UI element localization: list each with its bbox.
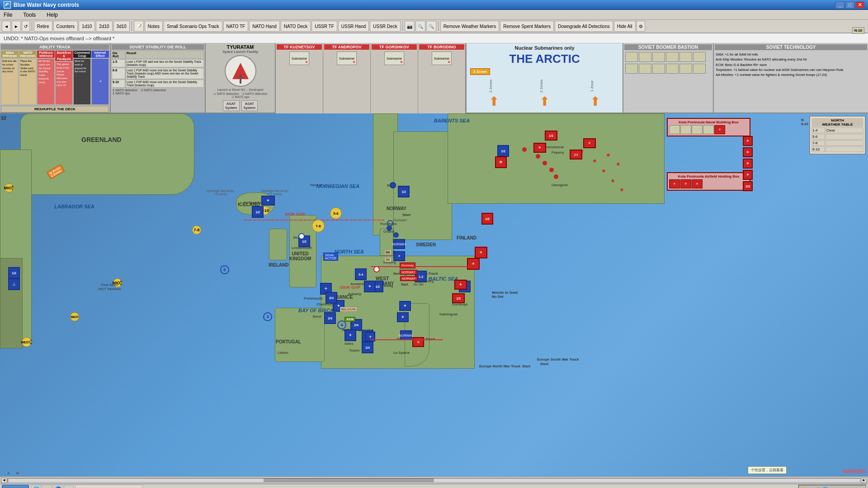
retire-button[interactable]: Retire [34, 21, 52, 32]
remove-weather-button[interactable]: Remove Weather Markers [440, 21, 500, 32]
north-sea-unit-1[interactable]: 3-4 [355, 268, 367, 280]
nato-unit-iceland-1[interactable]: 1/2 [252, 206, 264, 218]
kola-unit-2[interactable] [680, 125, 691, 134]
kola-unit-4[interactable] [703, 125, 714, 134]
boomer-counter-4[interactable] [666, 52, 679, 62]
menu-tools[interactable]: Tools [21, 11, 38, 19]
ussr-hand-button[interactable]: USSR Hand [338, 21, 369, 32]
restore-button[interactable]: □ [845, 1, 854, 9]
3d10-button[interactable]: 3d10 [113, 21, 130, 32]
asat-button-1[interactable]: ASATSystem [223, 100, 240, 111]
marker-78-3[interactable]: 7-8 [312, 220, 325, 232]
marker-78-1[interactable]: 7-8 [192, 225, 201, 235]
biscay-unit-1[interactable]: 2/4 [324, 312, 336, 324]
red-dot-4[interactable] [549, 168, 554, 172]
menu-help[interactable]: Help [45, 11, 60, 19]
norway-unit-1[interactable]: NORWAY [393, 239, 405, 249]
taskbar-game-button[interactable]: 🌊 Blue Water Navy controls [75, 485, 143, 488]
trondheim-circle[interactable] [387, 220, 393, 226]
1d10-button[interactable]: 1d10 [79, 21, 95, 32]
reshuffle-button[interactable]: RESHUFFLE THE DECK [1, 106, 109, 113]
scroll-left-button[interactable]: ◄ [1, 478, 7, 483]
hide-all-button[interactable]: Hide All [614, 21, 636, 32]
marker-mid-atlantic[interactable]: MIO5 [70, 312, 79, 321]
kola-air-unit-3[interactable]: ✈ [692, 179, 703, 188]
red-star-5[interactable]: ★ [619, 187, 624, 193]
red-star-6[interactable]: ★ [606, 152, 611, 158]
minimize-button[interactable]: _ [835, 1, 844, 9]
red-star-7[interactable]: ★ [616, 161, 621, 167]
north-sea-unit-2[interactable]: ✈ [364, 281, 376, 292]
soviet-red-1[interactable]: ✕ [583, 138, 596, 148]
germany-blue-2[interactable]: ✈ [397, 312, 409, 322]
kola-unit-3[interactable] [692, 125, 703, 134]
norway-unit-2[interactable]: ✈ [393, 251, 405, 261]
nato-unit-norway-1[interactable]: 1/2 [398, 186, 410, 197]
marker-89-1[interactable]: MIO6-7 [5, 183, 14, 192]
red-dot-3[interactable] [542, 161, 547, 165]
counters-button[interactable]: Counters [53, 21, 78, 32]
denmark-unit-2[interactable]: DK [384, 257, 392, 262]
kola-unit-1[interactable] [669, 125, 680, 134]
nato-unit-keflavik[interactable]: ✈ [261, 196, 275, 206]
red-star-3[interactable]: ★ [601, 168, 606, 174]
med-unit-2[interactable]: 2/4 [362, 342, 373, 353]
refresh-button[interactable]: ↺ [22, 21, 30, 32]
taskbar-media-icon[interactable]: ▶ [64, 485, 74, 488]
notes-icon-button[interactable]: 📝 [134, 21, 144, 32]
soviet-unit-kola-2[interactable]: ✈ [533, 143, 546, 153]
back-button[interactable]: ◄ [2, 21, 11, 32]
red-star-4[interactable]: ★ [610, 178, 615, 184]
remove-spent-button[interactable]: Remove Spent Markers [500, 21, 554, 32]
marker-west[interactable]: WEST7-8 [22, 337, 32, 347]
forward-button[interactable]: ► [12, 21, 21, 32]
menu-file[interactable]: File [2, 11, 14, 19]
zoom-out-button[interactable]: 🔍 [426, 21, 436, 32]
ussr-deck-button[interactable]: USSR Deck [370, 21, 400, 32]
small-scenario-button[interactable]: Small Scenario Ops Track [164, 21, 222, 32]
circle-3[interactable]: 3 [263, 312, 272, 321]
kola-unit-5[interactable]: ✕ [714, 125, 725, 134]
circle-4[interactable]: 4 [337, 320, 346, 329]
boomer-counter-8[interactable] [639, 64, 651, 74]
labrador-unit-2[interactable]: ⚓ [8, 278, 20, 290]
scroll-thumb[interactable] [264, 479, 434, 482]
scroll-track[interactable] [8, 478, 860, 483]
circular-marker-1[interactable] [298, 233, 305, 239]
settings-button[interactable]: ⚙ [637, 21, 645, 32]
taskbar-ie-icon[interactable]: 🌐 [31, 485, 41, 488]
circular-marker-2[interactable] [373, 266, 380, 272]
boomer-counter-9[interactable] [652, 64, 665, 74]
barents-unit-1[interactable]: 1/2 [497, 145, 509, 157]
nato-deck-button[interactable]: NATO Deck [281, 21, 311, 32]
soviet-unit-kola-1[interactable]: 1/3 [545, 131, 557, 141]
boomer-counter-12[interactable] [693, 64, 706, 74]
orland-unit[interactable] [393, 232, 399, 238]
tf-andropov-sub[interactable]: Submarine ✕ [337, 52, 357, 65]
2d10-button[interactable]: 2d10 [96, 21, 112, 32]
red-dot-2[interactable] [536, 154, 540, 159]
red-star-2[interactable]: ★ [592, 158, 597, 164]
boomer-counter-1[interactable] [625, 52, 638, 62]
tf-kuznetsov-sub[interactable]: Submarine ✕ [289, 52, 309, 65]
boomer-counter-10[interactable] [666, 64, 679, 74]
soviet-ground-1[interactable]: ✈ [475, 247, 487, 258]
kola-air-unit-1[interactable]: ✈ [669, 179, 680, 188]
germany-blue-1[interactable]: ✈ [399, 301, 411, 311]
inv-track-1[interactable]: Norway [400, 263, 415, 268]
boomer-counter-2[interactable] [639, 52, 651, 62]
red-dot-1[interactable] [522, 147, 527, 152]
taskbar-browser-icon[interactable]: 🔵 [53, 485, 63, 488]
soviet-ground-2[interactable]: ✈ [467, 258, 480, 270]
baltic-red-1[interactable]: 1/3 [452, 293, 465, 303]
taskbar-folder-icon[interactable]: 📁 [42, 485, 52, 488]
boomer-counter-11[interactable] [679, 64, 692, 74]
french-unit-2[interactable]: ✈ [344, 329, 356, 341]
soviet-red-2[interactable]: 2/4 [570, 150, 582, 160]
zoom-in-button[interactable]: 🔍 [415, 21, 425, 32]
start-button[interactable]: ⊞ Start [2, 485, 29, 488]
notes-button[interactable]: Notes [145, 21, 163, 32]
inv-track-2[interactable]: NORWAY [400, 270, 417, 275]
baltic-red-2[interactable]: ✈ [454, 280, 467, 290]
inv-box-1[interactable]: NORWAY [400, 330, 412, 340]
